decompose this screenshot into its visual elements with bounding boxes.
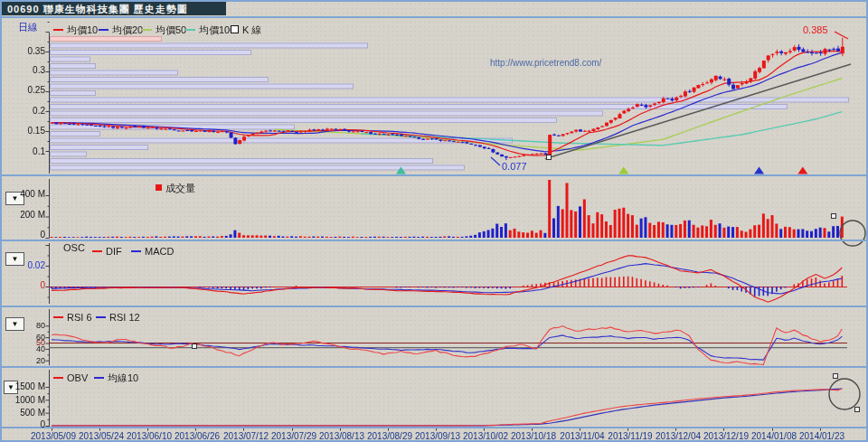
- obv-ma10-dash-icon: [94, 377, 104, 379]
- legend-ma10: 均價10: [53, 21, 98, 37]
- price-axis-label: 0.35: [4, 46, 45, 56]
- dif-dash-icon: [92, 250, 102, 252]
- legend-ma20: 均價20: [99, 21, 143, 37]
- macd-legend-macd: MACD: [131, 242, 174, 259]
- obv-ma10-legend: 均線10: [94, 369, 138, 385]
- title-bar: 00690 聯康生物科技集團 歷史走勢圖: [2, 2, 226, 15]
- ma20-dash-icon: [99, 29, 108, 31]
- obv-axis-label: 500 M: [4, 408, 45, 418]
- mode-label-daily[interactable]: 日線: [18, 21, 38, 34]
- high-price-annotation: 0.385: [803, 24, 828, 35]
- low-price-annotation: 0.077: [502, 161, 527, 172]
- price-axis-label: 0.15: [4, 126, 45, 136]
- rsi6-legend: RSI 6: [53, 308, 92, 324]
- obv-legend: OBV: [53, 369, 88, 385]
- panel-separator: [2, 427, 868, 428]
- macd-dash-icon: [131, 250, 141, 252]
- kline-square-icon: [231, 25, 239, 33]
- ma100-dash-icon: [185, 29, 195, 31]
- volume-square-icon: [156, 184, 162, 191]
- title-separator: [2, 16, 868, 18]
- obv-axis-label: 1500 M: [4, 381, 45, 391]
- price-axis-label: 0.1: [4, 146, 45, 156]
- rsi6-dash-icon: [53, 316, 63, 318]
- rsi-axis-label: 40: [4, 344, 45, 353]
- legend-kline: K 線: [231, 21, 261, 37]
- macd-legend-dif: DIF: [92, 242, 122, 259]
- macd-legend-osc: OSC: [63, 242, 85, 253]
- volume-legend: 成交量: [156, 179, 195, 195]
- date-label: 2014/01/23: [793, 431, 851, 441]
- macd-axis-label: 0: [4, 280, 45, 290]
- price-axis-label: 0.2: [4, 106, 45, 116]
- panel-separator: [2, 306, 868, 307]
- volume-axis-label: 0: [4, 230, 45, 240]
- legend-ma50: 均價50: [142, 21, 186, 37]
- ma10-dash-icon: [53, 29, 63, 31]
- macd-axis-label: 0.02: [4, 260, 45, 270]
- volume-axis-label: 200 M: [4, 210, 45, 220]
- obv-axis-label: 0: [4, 419, 45, 429]
- rsi-axis-label: 20: [4, 356, 45, 365]
- panel-separator: [2, 174, 868, 176]
- panel-separator: [2, 366, 868, 368]
- obv-axis-label: 1000 M: [4, 395, 45, 405]
- price-axis-label: 0.25: [4, 85, 45, 95]
- ma50-dash-icon: [142, 29, 152, 31]
- watermark-url: http://www.pricetrend8.com/: [490, 58, 601, 68]
- rsi12-dash-icon: [96, 316, 106, 318]
- rsi12-legend: RSI 12: [96, 308, 140, 324]
- price-axis-label: 0.3: [4, 65, 45, 75]
- rsi-axis-label: 80: [4, 321, 45, 330]
- legend-ma100: 均價100: [185, 21, 235, 37]
- page-title: 00690 聯康生物科技集團 歷史走勢圖: [7, 3, 188, 16]
- volume-axis-label: 400 M: [4, 189, 45, 199]
- panel-separator: [2, 240, 868, 241]
- obv-dash-icon: [53, 377, 63, 379]
- stock-chart-app: 00690 聯康生物科技集團 歷史走勢圖 日線 均價10 均價20 均價50 均…: [0, 0, 868, 442]
